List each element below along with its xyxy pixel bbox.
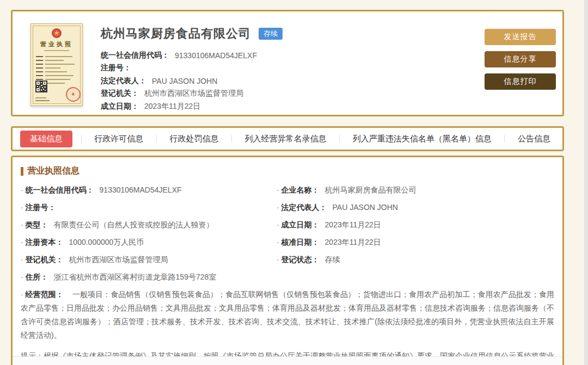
tab-separator bbox=[231, 135, 232, 143]
section-title: 营业执照信息 bbox=[21, 165, 554, 177]
field-row: 类型： 有限责任公司（自然人投资或控股的法人独资） 成立日期： 2023年11月… bbox=[21, 216, 554, 234]
scrollbar[interactable] bbox=[584, 0, 588, 365]
tab-blacklist[interactable]: 列入严重违法失信名单（黑名单）信息 bbox=[348, 131, 496, 147]
header-field-established-date: 成立日期： 2023年11月22日 bbox=[101, 100, 283, 113]
card-footer-strip bbox=[13, 356, 562, 365]
license-info-card: 营业执照信息 统一社会信用代码： 91330106MAD54JELXF 企业名称… bbox=[11, 156, 564, 365]
status-badge: 存续 bbox=[259, 28, 283, 40]
field-row: 登记机关： 杭州市西湖区市场监督管理局 登记状态： 存续 bbox=[21, 251, 554, 269]
tab-separator bbox=[339, 135, 340, 143]
company-header-card: 营业执照 bbox=[11, 10, 564, 116]
field-row: 统一社会信用代码： 91330106MAD54JELXF 企业名称： 杭州马家厨… bbox=[21, 182, 554, 199]
business-scope-paragraph: 经营范围：一般项目：食品销售（仅销售预包装食品）；食品互联网销售（仅销售预包装食… bbox=[21, 288, 554, 342]
license-footer-line bbox=[35, 97, 46, 98]
header-field-reg-number: 注册号： bbox=[101, 62, 283, 75]
header-fields: 统一社会信用代码： 91330106MAD54JELXF 注册号： 法定代表人：… bbox=[101, 49, 283, 113]
field-row-address: 住所： 浙江省杭州市西湖区蒋村街道龙章路159号728室 bbox=[21, 269, 554, 286]
tab-admin-penalty[interactable]: 行政处罚信息 bbox=[165, 131, 223, 147]
tab-separator bbox=[504, 135, 505, 143]
company-info-block: 杭州马家厨房食品有限公司 存续 统一社会信用代码： 91330106MAD54J… bbox=[101, 26, 283, 113]
tab-separator bbox=[156, 135, 157, 143]
tab-basic-info[interactable]: 基础信息 bbox=[20, 131, 72, 147]
info-print-button[interactable]: 信息打印 bbox=[485, 73, 556, 90]
tab-separator bbox=[81, 135, 82, 143]
send-report-button[interactable]: 发送报告 bbox=[485, 29, 556, 45]
company-name: 杭州马家厨房食品有限公司 bbox=[101, 26, 251, 42]
header-action-buttons: 发送报告 信息分享 信息打印 bbox=[485, 29, 556, 90]
header-field-reg-authority: 登记机关： 杭州市西湖区市场监督管理局 bbox=[101, 88, 283, 101]
tab-announcements[interactable]: 公告信息 bbox=[513, 131, 555, 147]
license-footer-line bbox=[35, 100, 50, 101]
tab-abnormal-operation[interactable]: 列入经营异常名录信息 bbox=[241, 131, 331, 147]
national-emblem-icon bbox=[51, 28, 62, 41]
info-share-button[interactable]: 信息分享 bbox=[485, 51, 556, 67]
field-row: 注册资本： 1000.000000万人民币 核准日期： 2023年11月22日 bbox=[21, 234, 554, 251]
tab-bar-card: 基础信息 行政许可信息 行政处罚信息 列入经营异常名录信息 列入严重违法失信名单… bbox=[11, 126, 564, 151]
qr-code-icon bbox=[35, 81, 47, 95]
license-subtitle-line bbox=[44, 50, 69, 51]
section-title-marker bbox=[21, 167, 23, 176]
field-row: 注册号： 法定代表人： PAU JASON JOHN bbox=[21, 199, 554, 216]
business-license-thumbnail: 营业执照 bbox=[30, 23, 83, 106]
header-field-legal-rep: 法定代表人： PAU JASON JOHN bbox=[101, 75, 283, 88]
tab-admin-license[interactable]: 行政许可信息 bbox=[90, 131, 148, 147]
tab-bar: 基础信息 行政许可信息 行政处罚信息 列入经营异常名录信息 列入严重违法失信名单… bbox=[13, 128, 562, 150]
header-field-credit-code: 统一社会信用代码： 91330106MAD54JELXF bbox=[101, 49, 283, 62]
license-fields: 统一社会信用代码： 91330106MAD54JELXF 企业名称： 杭州马家厨… bbox=[21, 182, 554, 286]
license-title: 营业执照 bbox=[31, 40, 82, 48]
